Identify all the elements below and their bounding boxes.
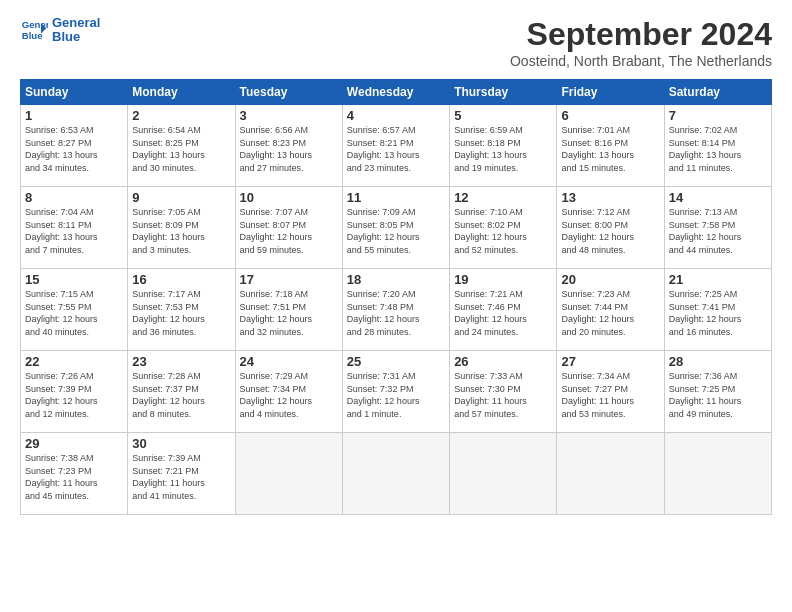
day-info: Sunrise: 7:15 AM Sunset: 7:55 PM Dayligh… <box>25 288 123 338</box>
day-info: Sunrise: 7:09 AM Sunset: 8:05 PM Dayligh… <box>347 206 445 256</box>
day-info: Sunrise: 7:23 AM Sunset: 7:44 PM Dayligh… <box>561 288 659 338</box>
day-number: 4 <box>347 108 445 123</box>
weekday-header: Tuesday <box>235 80 342 105</box>
logo: General Blue General Blue <box>20 16 100 45</box>
day-number: 24 <box>240 354 338 369</box>
calendar-cell: 27Sunrise: 7:34 AM Sunset: 7:27 PM Dayli… <box>557 351 664 433</box>
day-number: 26 <box>454 354 552 369</box>
calendar-cell: 23Sunrise: 7:28 AM Sunset: 7:37 PM Dayli… <box>128 351 235 433</box>
calendar-cell: 30Sunrise: 7:39 AM Sunset: 7:21 PM Dayli… <box>128 433 235 515</box>
day-number: 28 <box>669 354 767 369</box>
day-number: 13 <box>561 190 659 205</box>
day-number: 14 <box>669 190 767 205</box>
calendar-cell: 16Sunrise: 7:17 AM Sunset: 7:53 PM Dayli… <box>128 269 235 351</box>
calendar-cell: 10Sunrise: 7:07 AM Sunset: 8:07 PM Dayli… <box>235 187 342 269</box>
weekday-header: Monday <box>128 80 235 105</box>
day-number: 9 <box>132 190 230 205</box>
day-number: 2 <box>132 108 230 123</box>
calendar-cell: 2Sunrise: 6:54 AM Sunset: 8:25 PM Daylig… <box>128 105 235 187</box>
day-number: 1 <box>25 108 123 123</box>
day-info: Sunrise: 7:12 AM Sunset: 8:00 PM Dayligh… <box>561 206 659 256</box>
day-number: 3 <box>240 108 338 123</box>
day-info: Sunrise: 6:54 AM Sunset: 8:25 PM Dayligh… <box>132 124 230 174</box>
title-block: September 2024 Oosteind, North Brabant, … <box>510 16 772 69</box>
day-info: Sunrise: 7:25 AM Sunset: 7:41 PM Dayligh… <box>669 288 767 338</box>
calendar-week-row: 29Sunrise: 7:38 AM Sunset: 7:23 PM Dayli… <box>21 433 772 515</box>
day-info: Sunrise: 6:53 AM Sunset: 8:27 PM Dayligh… <box>25 124 123 174</box>
day-number: 29 <box>25 436 123 451</box>
calendar-cell <box>557 433 664 515</box>
day-info: Sunrise: 7:01 AM Sunset: 8:16 PM Dayligh… <box>561 124 659 174</box>
day-info: Sunrise: 7:34 AM Sunset: 7:27 PM Dayligh… <box>561 370 659 420</box>
weekday-header: Saturday <box>664 80 771 105</box>
header: General Blue General Blue September 2024… <box>20 16 772 69</box>
weekday-header: Thursday <box>450 80 557 105</box>
day-info: Sunrise: 7:38 AM Sunset: 7:23 PM Dayligh… <box>25 452 123 502</box>
day-number: 12 <box>454 190 552 205</box>
day-number: 6 <box>561 108 659 123</box>
calendar-cell: 15Sunrise: 7:15 AM Sunset: 7:55 PM Dayli… <box>21 269 128 351</box>
day-number: 5 <box>454 108 552 123</box>
logo-icon: General Blue <box>20 16 48 44</box>
calendar-week-row: 8Sunrise: 7:04 AM Sunset: 8:11 PM Daylig… <box>21 187 772 269</box>
calendar-cell <box>235 433 342 515</box>
calendar-cell: 24Sunrise: 7:29 AM Sunset: 7:34 PM Dayli… <box>235 351 342 433</box>
day-info: Sunrise: 6:59 AM Sunset: 8:18 PM Dayligh… <box>454 124 552 174</box>
calendar-cell: 26Sunrise: 7:33 AM Sunset: 7:30 PM Dayli… <box>450 351 557 433</box>
day-number: 19 <box>454 272 552 287</box>
day-number: 17 <box>240 272 338 287</box>
day-info: Sunrise: 7:02 AM Sunset: 8:14 PM Dayligh… <box>669 124 767 174</box>
calendar-cell: 25Sunrise: 7:31 AM Sunset: 7:32 PM Dayli… <box>342 351 449 433</box>
day-info: Sunrise: 7:21 AM Sunset: 7:46 PM Dayligh… <box>454 288 552 338</box>
day-info: Sunrise: 7:31 AM Sunset: 7:32 PM Dayligh… <box>347 370 445 420</box>
calendar-cell: 21Sunrise: 7:25 AM Sunset: 7:41 PM Dayli… <box>664 269 771 351</box>
day-info: Sunrise: 7:33 AM Sunset: 7:30 PM Dayligh… <box>454 370 552 420</box>
weekday-row: SundayMondayTuesdayWednesdayThursdayFrid… <box>21 80 772 105</box>
weekday-header: Friday <box>557 80 664 105</box>
calendar-week-row: 22Sunrise: 7:26 AM Sunset: 7:39 PM Dayli… <box>21 351 772 433</box>
calendar-cell: 8Sunrise: 7:04 AM Sunset: 8:11 PM Daylig… <box>21 187 128 269</box>
logo-line1: General <box>52 16 100 30</box>
day-number: 25 <box>347 354 445 369</box>
calendar-cell: 13Sunrise: 7:12 AM Sunset: 8:00 PM Dayli… <box>557 187 664 269</box>
day-info: Sunrise: 7:13 AM Sunset: 7:58 PM Dayligh… <box>669 206 767 256</box>
day-info: Sunrise: 7:04 AM Sunset: 8:11 PM Dayligh… <box>25 206 123 256</box>
calendar-title: September 2024 <box>510 16 772 53</box>
day-number: 22 <box>25 354 123 369</box>
day-number: 16 <box>132 272 230 287</box>
logo-line2: Blue <box>52 30 100 44</box>
day-info: Sunrise: 6:56 AM Sunset: 8:23 PM Dayligh… <box>240 124 338 174</box>
day-info: Sunrise: 7:36 AM Sunset: 7:25 PM Dayligh… <box>669 370 767 420</box>
calendar-week-row: 1Sunrise: 6:53 AM Sunset: 8:27 PM Daylig… <box>21 105 772 187</box>
day-number: 18 <box>347 272 445 287</box>
calendar-week-row: 15Sunrise: 7:15 AM Sunset: 7:55 PM Dayli… <box>21 269 772 351</box>
day-info: Sunrise: 7:05 AM Sunset: 8:09 PM Dayligh… <box>132 206 230 256</box>
calendar-page: General Blue General Blue September 2024… <box>0 0 792 612</box>
calendar-cell: 4Sunrise: 6:57 AM Sunset: 8:21 PM Daylig… <box>342 105 449 187</box>
calendar-header: SundayMondayTuesdayWednesdayThursdayFrid… <box>21 80 772 105</box>
day-number: 10 <box>240 190 338 205</box>
day-number: 15 <box>25 272 123 287</box>
calendar-cell: 3Sunrise: 6:56 AM Sunset: 8:23 PM Daylig… <box>235 105 342 187</box>
day-number: 8 <box>25 190 123 205</box>
calendar-cell <box>664 433 771 515</box>
day-info: Sunrise: 7:07 AM Sunset: 8:07 PM Dayligh… <box>240 206 338 256</box>
calendar-cell: 14Sunrise: 7:13 AM Sunset: 7:58 PM Dayli… <box>664 187 771 269</box>
day-number: 30 <box>132 436 230 451</box>
calendar-cell: 20Sunrise: 7:23 AM Sunset: 7:44 PM Dayli… <box>557 269 664 351</box>
calendar-cell: 22Sunrise: 7:26 AM Sunset: 7:39 PM Dayli… <box>21 351 128 433</box>
calendar-cell: 1Sunrise: 6:53 AM Sunset: 8:27 PM Daylig… <box>21 105 128 187</box>
weekday-header: Wednesday <box>342 80 449 105</box>
calendar-cell: 18Sunrise: 7:20 AM Sunset: 7:48 PM Dayli… <box>342 269 449 351</box>
day-number: 11 <box>347 190 445 205</box>
calendar-cell: 5Sunrise: 6:59 AM Sunset: 8:18 PM Daylig… <box>450 105 557 187</box>
day-info: Sunrise: 7:18 AM Sunset: 7:51 PM Dayligh… <box>240 288 338 338</box>
calendar-subtitle: Oosteind, North Brabant, The Netherlands <box>510 53 772 69</box>
calendar-table: SundayMondayTuesdayWednesdayThursdayFrid… <box>20 79 772 515</box>
calendar-cell: 7Sunrise: 7:02 AM Sunset: 8:14 PM Daylig… <box>664 105 771 187</box>
day-info: Sunrise: 7:20 AM Sunset: 7:48 PM Dayligh… <box>347 288 445 338</box>
calendar-cell: 11Sunrise: 7:09 AM Sunset: 8:05 PM Dayli… <box>342 187 449 269</box>
calendar-cell: 17Sunrise: 7:18 AM Sunset: 7:51 PM Dayli… <box>235 269 342 351</box>
calendar-cell: 28Sunrise: 7:36 AM Sunset: 7:25 PM Dayli… <box>664 351 771 433</box>
calendar-cell: 19Sunrise: 7:21 AM Sunset: 7:46 PM Dayli… <box>450 269 557 351</box>
